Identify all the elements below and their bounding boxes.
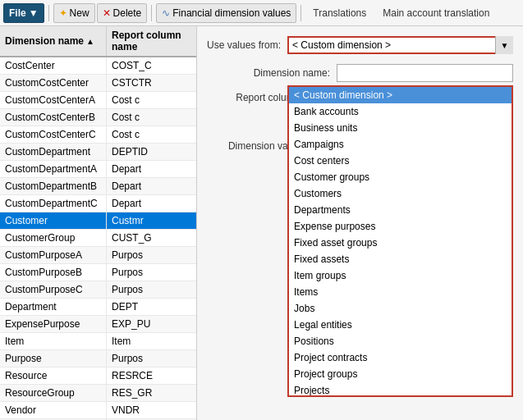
dropdown-item[interactable]: Customers (289, 185, 512, 202)
table-row[interactable]: CustomCostCenterB Cost c (0, 109, 196, 126)
dim-name-cell: CustomPurposeB (0, 264, 107, 281)
table-row[interactable]: Department DEPT (0, 299, 196, 316)
dropdown-item[interactable]: Expense purposes (289, 218, 512, 235)
translations-tab[interactable]: Translations (305, 3, 374, 23)
use-values-row: Use values from: ▼ < Custom dimension >B… (207, 36, 513, 54)
dim-name-cell: CustomDepartmentC (0, 195, 107, 212)
report-col-cell: RES_GR (107, 385, 196, 401)
table-row[interactable]: CustomPurposeC Purpos (0, 281, 196, 299)
report-col-cell: RESRCE (107, 368, 196, 384)
table-row[interactable]: CostCenter COST_C (0, 57, 196, 75)
report-col-cell: Depart (107, 161, 196, 177)
table-row[interactable]: CustomCostCenter CSTCTR (0, 75, 196, 92)
file-dropdown-icon: ▼ (29, 7, 39, 19)
dimension-name-input[interactable] (337, 64, 513, 82)
report-col-cell: COST_C (107, 57, 196, 74)
table-row[interactable]: CustomDepartmentA Depart (0, 161, 196, 178)
table-row[interactable]: ResourceGroup RES_GR (0, 385, 196, 402)
table-row[interactable]: CustomPurposeA Purpos (0, 247, 196, 264)
table-row[interactable]: Vendor VNDR (0, 402, 196, 419)
financial-dim-button[interactable]: ∿ Financial dimension values (156, 3, 296, 23)
dim-name-cell: CustomerGroup (0, 230, 107, 246)
use-values-input[interactable] (287, 36, 513, 54)
report-col-cell: Cost c (107, 109, 196, 126)
dropdown-item[interactable]: Cost centers (289, 153, 512, 169)
report-col-cell: CUST_G (107, 230, 196, 246)
dim-name-cell: ExpensePurpose (0, 316, 107, 332)
dim-name-cell: Item (0, 333, 107, 349)
table-row[interactable]: ExpensePurpose EXP_PU (0, 316, 196, 333)
toolbar-separator-3 (300, 5, 301, 21)
table-row[interactable]: Item Item (0, 333, 196, 350)
table-row[interactable]: CustomPurposeB Purpos (0, 264, 196, 281)
toolbar-separator-1 (48, 5, 49, 21)
report-col-cell: Purpos (107, 350, 196, 367)
dim-name-cell: CustomPurposeC (0, 281, 107, 298)
dim-name-cell: CustomCostCenter (0, 75, 107, 91)
dropdown-item[interactable]: Departments (289, 202, 512, 218)
dropdown-item[interactable]: Customer groups (289, 169, 512, 185)
dim-name-cell: CustomPurposeA (0, 247, 107, 263)
delete-button[interactable]: ✕ Delete (97, 3, 148, 23)
table-row[interactable]: CustomCostCenterA Cost c (0, 92, 196, 109)
dim-name-cell: CustomCostCenterB (0, 109, 107, 126)
report-col-cell: DEPTID (107, 144, 196, 160)
main-account-label: Main account translation (383, 7, 489, 19)
dim-name-cell: CustomDepartmentA (0, 161, 107, 177)
table-header: Dimension name ▲ Report column name (0, 26, 196, 57)
delete-label: Delete (113, 7, 142, 19)
main-account-tab[interactable]: Main account translation (375, 3, 497, 23)
dim-name-cell: Purpose (0, 350, 107, 367)
report-col-cell: Purpos (107, 264, 196, 281)
dropdown-item[interactable]: Projects (289, 382, 512, 397)
dropdown-item[interactable]: Positions (289, 333, 512, 349)
main-content: Dimension name ▲ Report column name Cost… (0, 26, 523, 420)
file-label: File (9, 7, 26, 19)
dropdown-item[interactable]: Fixed asset groups (289, 235, 512, 251)
report-col-cell: Cost c (107, 126, 196, 143)
col2-header: Report column name (107, 26, 196, 56)
report-col-cell: Depart (107, 195, 196, 212)
dimension-name-row: Dimension name: (207, 64, 513, 82)
dropdown-item[interactable]: Fixed assets (289, 251, 512, 267)
dimension-table-panel: Dimension name ▲ Report column name Cost… (0, 26, 197, 420)
table-row[interactable]: CustomDepartmentB Depart (0, 178, 196, 195)
dimension-name-label: Dimension name: (207, 67, 330, 79)
new-label: New (70, 7, 89, 19)
use-values-combo: ▼ < Custom dimension >Bank accountsBusin… (287, 36, 513, 54)
dropdown-list: < Custom dimension >Bank accountsBusines… (287, 85, 513, 397)
file-button[interactable]: File ▼ (3, 3, 44, 23)
dropdown-item[interactable]: Jobs (289, 300, 512, 317)
table-row[interactable]: Customer Custmr (0, 212, 196, 230)
toolbar-separator-2 (151, 5, 152, 21)
dropdown-item[interactable]: Project contracts (289, 349, 512, 366)
dropdown-item[interactable]: Item groups (289, 267, 512, 284)
use-values-label: Use values from: (207, 39, 281, 51)
col1-header: Dimension name ▲ (0, 26, 107, 56)
dropdown-item[interactable]: Items (289, 284, 512, 300)
report-col-cell: EXP_PU (107, 316, 196, 332)
col1-header-label: Dimension name (5, 35, 84, 47)
report-col-cell: VNDR (107, 402, 196, 418)
table-row[interactable]: CustomDepartmentC Depart (0, 195, 196, 212)
table-row[interactable]: CustomCostCenterC Cost c (0, 126, 196, 144)
dropdown-item[interactable]: Campaigns (289, 136, 512, 153)
report-col-cell: Depart (107, 178, 196, 194)
table-body: CostCenter COST_C CustomCostCenter CSTCT… (0, 57, 196, 420)
table-row[interactable]: Purpose Purpos (0, 350, 196, 368)
dropdown-item[interactable]: Business units (289, 120, 512, 136)
dim-name-cell: Customer (0, 212, 107, 229)
table-row[interactable]: CustomerGroup CUST_G (0, 230, 196, 247)
dropdown-item[interactable]: Project groups (289, 366, 512, 382)
dim-name-cell: Vendor (0, 402, 107, 418)
table-row[interactable]: Resource RESRCE (0, 368, 196, 385)
dropdown-item[interactable]: < Custom dimension > (289, 87, 512, 103)
sort-icon: ▲ (86, 37, 94, 46)
combo-arrow-icon[interactable]: ▼ (495, 36, 513, 54)
dropdown-item[interactable]: Legal entities (289, 317, 512, 333)
report-col-cell: DEPT (107, 299, 196, 315)
dim-name-cell: CustomDepartmentB (0, 178, 107, 194)
table-row[interactable]: CustomDepartment DEPTID (0, 144, 196, 161)
new-button[interactable]: ✦ New (53, 3, 95, 23)
dropdown-item[interactable]: Bank accounts (289, 103, 512, 120)
